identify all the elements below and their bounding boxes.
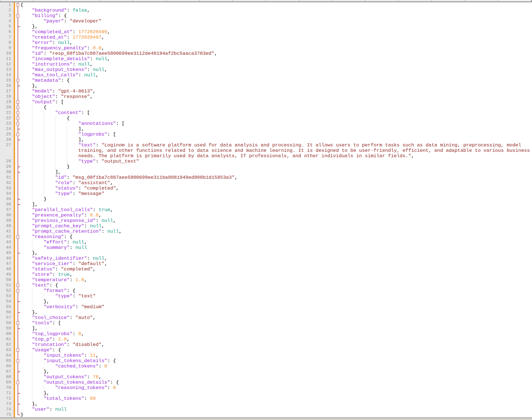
line-number[interactable]: 25 bbox=[0, 132, 13, 137]
code-text[interactable]: }, bbox=[20, 83, 532, 89]
code-text[interactable]: "created_at": 1772020497, bbox=[20, 35, 532, 40]
code-text[interactable]: "model": "gpt-4-0613", bbox=[20, 89, 532, 94]
line-number[interactable]: 18 bbox=[0, 94, 13, 99]
code-line[interactable]: 38 "presence_penalty": 0.0, bbox=[0, 213, 532, 218]
code-text[interactable]: "output_tokens": 78, bbox=[20, 374, 532, 380]
code-text[interactable]: "annotations": [ bbox=[20, 121, 532, 126]
code-text[interactable]: "billing": { bbox=[20, 13, 532, 18]
code-line[interactable]: 50 "temperature": 1.0, bbox=[0, 277, 532, 283]
fold-collapse-icon[interactable] bbox=[15, 110, 20, 116]
code-text[interactable]: { bbox=[20, 105, 532, 110]
code-line[interactable]: 31 "id": "msg_08f1ba7c887aee5800699ee311… bbox=[0, 175, 532, 180]
line-number[interactable]: 67 bbox=[0, 369, 13, 374]
code-text[interactable]: "prompt_cache_retention": null, bbox=[20, 229, 532, 234]
code-text[interactable]: "role": "assistant", bbox=[20, 180, 532, 186]
code-editor-area[interactable]: 1{2 "background": false,3 "billing": {4 … bbox=[0, 2, 532, 417]
code-text[interactable]: }, bbox=[20, 250, 532, 256]
code-line[interactable]: 68 "output_tokens": 78, bbox=[0, 374, 532, 380]
code-text[interactable]: "verbosity": "medium" bbox=[20, 304, 532, 310]
code-text[interactable]: "summary": null bbox=[20, 245, 532, 250]
code-line[interactable]: 39 "previous_response_id": null, bbox=[0, 218, 532, 223]
line-number[interactable]: 61 bbox=[0, 337, 13, 342]
code-line[interactable]: 59 ], bbox=[0, 326, 532, 331]
line-number[interactable]: 19 bbox=[0, 99, 13, 105]
line-number[interactable]: 22 bbox=[0, 116, 13, 121]
code-line[interactable]: 51 "text": { bbox=[0, 283, 532, 288]
code-text[interactable]: ], bbox=[20, 137, 532, 142]
code-line[interactable]: 21 "content": [ bbox=[0, 110, 532, 116]
line-number[interactable]: 65 bbox=[0, 358, 13, 364]
line-number[interactable]: 37 bbox=[0, 207, 13, 213]
code-text[interactable]: "top_p": 1.0, bbox=[20, 337, 532, 342]
line-number[interactable]: 47 bbox=[0, 261, 13, 266]
code-line[interactable]: 69 "output_tokens_details": { bbox=[0, 380, 532, 385]
line-number[interactable]: 10 bbox=[0, 51, 13, 56]
code-text[interactable]: "temperature": 1.0, bbox=[20, 277, 532, 283]
code-line[interactable]: 19 "output": [ bbox=[0, 99, 532, 105]
code-text[interactable]: "service_tier": "default", bbox=[20, 261, 532, 266]
code-text[interactable]: }, bbox=[20, 401, 532, 407]
line-number[interactable]: 74 bbox=[0, 407, 13, 412]
fold-collapse-icon[interactable] bbox=[15, 234, 20, 240]
code-line[interactable]: 36 ], bbox=[0, 202, 532, 207]
code-text[interactable]: "format": { bbox=[20, 288, 532, 293]
line-number[interactable]: 31 bbox=[0, 175, 13, 180]
line-number[interactable]: 59 bbox=[0, 326, 13, 331]
code-text[interactable]: "top_logprobs": 0, bbox=[20, 331, 532, 337]
code-text[interactable]: "output_tokens_details": { bbox=[20, 380, 532, 385]
code-line[interactable]: 55 "verbosity": "medium" bbox=[0, 304, 532, 310]
code-line[interactable]: 72 "total_tokens": 89 bbox=[0, 396, 532, 401]
code-line[interactable]: 3 "billing": { bbox=[0, 13, 532, 18]
line-number[interactable]: 20 bbox=[0, 105, 13, 110]
code-line[interactable]: 70 "reasoning_tokens": 0 bbox=[0, 385, 532, 390]
line-number[interactable]: 2 bbox=[0, 8, 13, 13]
code-text[interactable]: "input_tokens": 11, bbox=[20, 353, 532, 358]
line-number[interactable]: 75 bbox=[0, 412, 13, 417]
line-number[interactable]: 9 bbox=[0, 45, 13, 51]
code-text[interactable]: "text": { bbox=[20, 283, 532, 288]
code-text[interactable]: "type": "output_text" bbox=[20, 159, 532, 164]
code-text[interactable]: "id": "msg_08f1ba7c887aee5800699ee311ba8… bbox=[20, 175, 532, 180]
fold-collapse-icon[interactable] bbox=[15, 132, 20, 137]
code-text[interactable]: } bbox=[20, 196, 532, 202]
line-number[interactable]: 30 bbox=[0, 169, 13, 175]
fold-collapse-icon[interactable] bbox=[15, 358, 20, 364]
code-line[interactable]: 25 "logprobs": [ bbox=[0, 132, 532, 137]
line-number[interactable]: 73 bbox=[0, 401, 13, 407]
code-text[interactable]: "object": "response", bbox=[20, 94, 532, 99]
code-line[interactable]: 24 ], bbox=[0, 126, 532, 132]
code-text[interactable]: "effort": null, bbox=[20, 240, 532, 245]
fold-collapse-icon[interactable] bbox=[15, 13, 20, 18]
code-line[interactable]: 15 "metadata": { bbox=[0, 78, 532, 83]
code-line[interactable]: 34 "type": "message" bbox=[0, 191, 532, 196]
code-line[interactable]: training, and other functions related to… bbox=[0, 148, 532, 153]
code-text[interactable]: ], bbox=[20, 169, 532, 175]
line-number[interactable]: 62 bbox=[0, 342, 13, 347]
code-text[interactable]: "incomplete_details": null, bbox=[20, 56, 532, 62]
line-number[interactable]: 28 bbox=[0, 159, 13, 164]
line-number[interactable]: 56 bbox=[0, 310, 13, 315]
code-line[interactable]: 23 "annotations": [ bbox=[0, 121, 532, 126]
code-line[interactable]: 26 ], bbox=[0, 137, 532, 142]
code-line[interactable]: 1{ bbox=[0, 2, 532, 8]
code-text[interactable]: "total_tokens": 89 bbox=[20, 396, 532, 401]
code-text[interactable]: "previous_response_id": null, bbox=[20, 218, 532, 223]
line-number[interactable]: 13 bbox=[0, 67, 13, 72]
line-number[interactable] bbox=[0, 153, 13, 159]
code-line[interactable]: 22 { bbox=[0, 116, 532, 121]
fold-collapse-icon[interactable] bbox=[15, 121, 20, 126]
code-line[interactable]: 61 "top_p": 1.0, bbox=[0, 337, 532, 342]
line-number[interactable]: 52 bbox=[0, 288, 13, 293]
line-number[interactable]: 51 bbox=[0, 283, 13, 288]
code-text[interactable]: "reasoning_tokens": 0 bbox=[20, 385, 532, 390]
line-number[interactable]: 72 bbox=[0, 396, 13, 401]
code-text[interactable]: "payer": "developer" bbox=[20, 18, 532, 24]
code-text[interactable]: "cached_tokens": 0 bbox=[20, 364, 532, 369]
code-line[interactable]: 40 "prompt_cache_key": null, bbox=[0, 223, 532, 229]
code-line[interactable]: 30 ], bbox=[0, 169, 532, 175]
code-text[interactable]: "status": "completed", bbox=[20, 186, 532, 191]
code-text[interactable]: "max_tool_calls": null, bbox=[20, 72, 532, 78]
code-text[interactable]: "type": "message" bbox=[20, 191, 532, 196]
code-line[interactable]: 58 "tools": [ bbox=[0, 320, 532, 326]
code-text[interactable]: "output": [ bbox=[20, 99, 532, 105]
